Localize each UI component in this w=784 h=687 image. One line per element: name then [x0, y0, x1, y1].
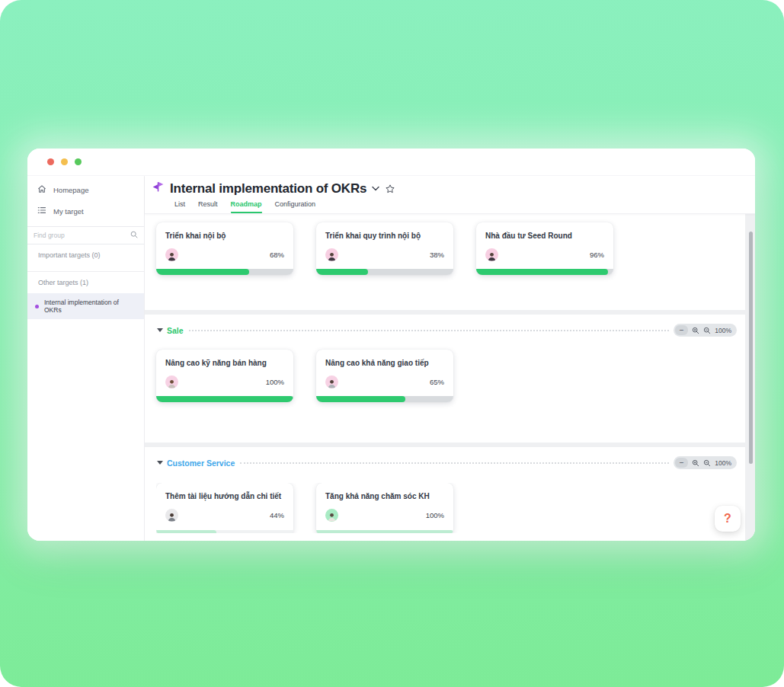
- section-divider: [189, 330, 670, 331]
- okr-card[interactable]: Thêm tài liệu hướng dẫn chi tiết 44%: [156, 483, 293, 533]
- desktop-background: Homepage My target Important ta: [0, 0, 784, 687]
- progress-bar: [316, 396, 453, 402]
- clipped-cards-viewport: Thêm tài liệu hướng dẫn chi tiết 44% Tăn…: [156, 483, 737, 533]
- section-panel-customer-service: Customer Service − 100%: [145, 447, 745, 541]
- progress-fill: [316, 396, 405, 402]
- card-title: Nhà đầu tư Seed Round: [476, 222, 613, 240]
- tab-list[interactable]: List: [174, 200, 185, 213]
- card-title: Thêm tài liệu hướng dẫn chi tiết: [156, 483, 293, 500]
- collapse-section-button[interactable]: −: [675, 325, 688, 335]
- group-important-targets[interactable]: Important targets (0): [27, 244, 144, 271]
- chevron-down-icon[interactable]: [372, 186, 379, 191]
- avatar: [165, 248, 178, 261]
- progress-percent: 44%: [270, 511, 284, 519]
- section-divider: [240, 462, 669, 464]
- search-input[interactable]: [27, 227, 144, 244]
- card-title: Triển khai quy trình nội bộ: [316, 222, 453, 240]
- zoom-out-icon[interactable]: [703, 327, 711, 334]
- zoom-in-icon[interactable]: [692, 327, 699, 334]
- zoom-in-icon[interactable]: [692, 459, 699, 467]
- sidebar-item-homepage[interactable]: Homepage: [27, 179, 144, 200]
- page-title: Internal implementation of OKRs: [170, 181, 366, 197]
- collapse-section-button[interactable]: −: [675, 458, 688, 468]
- roadmap-content: Triển khai nội bộ 68% Triển khai quy trì…: [145, 214, 755, 541]
- avatar: [325, 375, 338, 388]
- zoom-out-icon[interactable]: [703, 459, 711, 467]
- card-title: Nâng cao kỹ năng bán hàng: [156, 350, 293, 367]
- zoom-level: 100%: [715, 327, 731, 334]
- progress-bar: [316, 530, 453, 533]
- sidebar-item-selected-okr[interactable]: Internal implementation of OKRs: [27, 293, 144, 319]
- help-button[interactable]: ?: [715, 506, 741, 532]
- target-bullet-icon: [35, 305, 39, 308]
- progress-bar: [476, 269, 613, 275]
- okr-card[interactable]: Nhà đầu tư Seed Round 96%: [476, 222, 613, 275]
- avatar: [325, 509, 338, 522]
- sidebar-item-my-target[interactable]: My target: [27, 200, 144, 222]
- zoom-controls: − 100%: [674, 456, 737, 469]
- search-icon: [130, 231, 138, 240]
- section-title-sale[interactable]: Sale: [167, 326, 184, 335]
- sidebar-item-label: My target: [53, 207, 84, 216]
- progress-percent: 100%: [426, 511, 444, 519]
- progress-percent: 38%: [430, 251, 444, 259]
- group-search: [27, 226, 144, 244]
- avatar: [325, 248, 338, 261]
- progress-fill: [156, 396, 293, 402]
- selected-target-label: Internal implementation of OKRs: [44, 299, 136, 314]
- group-other-targets[interactable]: Other targets (1): [27, 272, 144, 293]
- close-window-button[interactable]: [47, 158, 54, 165]
- page-header: Internal implementation of OKRs List Res…: [145, 176, 755, 214]
- progress-fill: [156, 530, 216, 533]
- okr-card[interactable]: Triển khai nội bộ 68%: [156, 222, 293, 275]
- sidebar-item-label: Homepage: [53, 186, 88, 194]
- progress-fill: [476, 269, 608, 275]
- okr-card[interactable]: Triển khai quy trình nội bộ 38%: [316, 222, 453, 275]
- okr-card[interactable]: Nâng cao kỹ năng bán hàng 100%: [156, 350, 293, 402]
- section-panel: Triển khai nội bộ 68% Triển khai quy trì…: [145, 214, 745, 310]
- tab-bar: List Result Roadmap Configuration: [174, 200, 755, 213]
- main-area: Internal implementation of OKRs List Res…: [145, 176, 755, 541]
- progress-percent: 96%: [590, 251, 604, 259]
- progress-fill: [316, 269, 368, 275]
- collapse-caret-icon[interactable]: [157, 461, 163, 465]
- progress-bar: [156, 269, 293, 275]
- sidebar: Homepage My target Important ta: [27, 176, 145, 541]
- progress-percent: 100%: [266, 378, 284, 386]
- progress-bar: [156, 530, 293, 533]
- collapse-caret-icon[interactable]: [157, 328, 163, 332]
- minimize-window-button[interactable]: [61, 158, 68, 165]
- avatar: [165, 509, 178, 522]
- zoom-controls: − 100%: [674, 324, 737, 337]
- star-favorite-icon[interactable]: [385, 184, 395, 194]
- section-panel-sale: Sale − 100%: [145, 315, 745, 443]
- tab-configuration[interactable]: Configuration: [275, 200, 316, 213]
- okr-card[interactable]: Nâng cao khả năng giao tiếp 65%: [316, 350, 453, 402]
- window-titlebar: [27, 149, 755, 176]
- avatar: [485, 248, 498, 261]
- okr-icon: [152, 181, 165, 197]
- section-title-customer-service[interactable]: Customer Service: [167, 459, 235, 468]
- progress-percent: 68%: [270, 251, 284, 259]
- app-window: Homepage My target Important ta: [27, 149, 755, 541]
- progress-fill: [156, 269, 249, 275]
- vertical-scrollbar[interactable]: [749, 232, 753, 464]
- checklist-icon: [37, 206, 46, 216]
- progress-percent: 65%: [430, 378, 444, 386]
- progress-fill: [316, 530, 453, 533]
- tab-roadmap[interactable]: Roadmap: [231, 200, 262, 213]
- card-title: Triển khai nội bộ: [156, 222, 293, 240]
- card-title: Tăng khả năng chăm sóc KH: [316, 483, 453, 500]
- card-title: Nâng cao khả năng giao tiếp: [316, 350, 453, 367]
- maximize-window-button[interactable]: [75, 158, 82, 165]
- home-icon: [37, 184, 46, 195]
- progress-bar: [156, 396, 293, 402]
- tab-result[interactable]: Result: [198, 200, 218, 213]
- progress-bar: [316, 269, 453, 275]
- okr-card[interactable]: Tăng khả năng chăm sóc KH 100%: [316, 483, 453, 533]
- zoom-level: 100%: [715, 459, 731, 467]
- avatar: [165, 375, 178, 388]
